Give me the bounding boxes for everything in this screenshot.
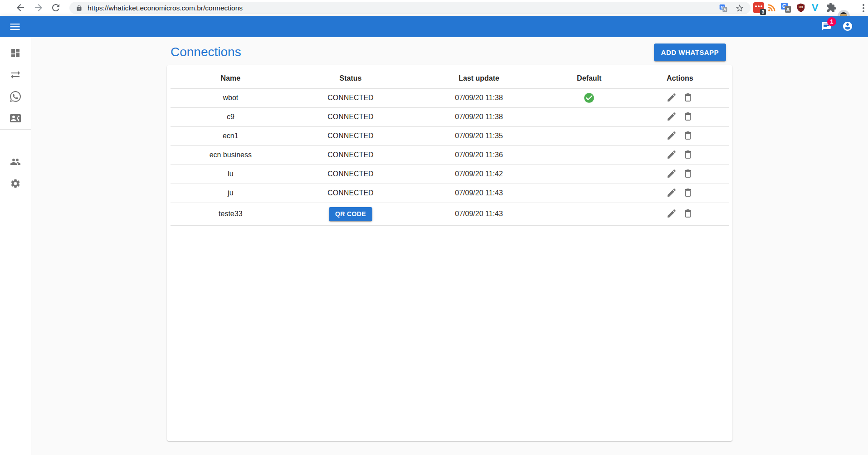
translate-extension-icon[interactable]: G A xyxy=(780,2,791,13)
sidebar-item-contacts[interactable] xyxy=(0,107,31,129)
cell-last-update: 07/09/20 11:43 xyxy=(410,184,547,203)
edit-connection-button[interactable] xyxy=(666,130,677,142)
app-bar: 1 xyxy=(0,16,868,37)
edit-connection-button[interactable] xyxy=(666,149,677,161)
rss-extension-icon[interactable] xyxy=(766,2,777,13)
delete-trash-icon xyxy=(683,130,693,141)
delete-trash-icon xyxy=(683,92,693,103)
edit-connection-button[interactable] xyxy=(666,92,677,104)
dashboard-icon xyxy=(10,48,21,58)
cell-last-update: 07/09/20 11:38 xyxy=(410,107,547,126)
table-row: teste33QR CODE07/09/20 11:43 xyxy=(171,203,729,225)
ublock-extension-icon[interactable]: UO xyxy=(796,2,806,13)
extension-badge: 3 xyxy=(760,9,766,15)
sidebar-item-tickets[interactable] xyxy=(0,86,31,107)
cell-last-update: 07/09/20 11:38 xyxy=(410,88,547,107)
edit-connection-button[interactable] xyxy=(666,187,677,199)
cell-default xyxy=(547,203,631,225)
page-header: Connections ADD WHATSAPP xyxy=(167,37,732,61)
cell-last-update: 07/09/20 11:36 xyxy=(410,145,547,165)
header-default: Default xyxy=(547,69,631,88)
header-status: Status xyxy=(291,69,411,88)
cell-actions xyxy=(631,88,729,107)
address-bar[interactable]: https://whaticket.economicros.com.br/con… xyxy=(69,2,751,14)
cell-status: CONNECTED xyxy=(291,165,411,184)
sidebar-item-connections[interactable] xyxy=(0,64,31,86)
cell-connection-name: wbot xyxy=(171,88,291,107)
delete-trash-icon xyxy=(683,168,693,179)
edit-connection-button[interactable] xyxy=(666,168,677,180)
messages-badge: 1 xyxy=(827,17,836,26)
cell-default xyxy=(547,165,631,184)
table-row: juCONNECTED07/09/20 11:43 xyxy=(171,184,729,203)
cell-status: CONNECTED xyxy=(291,184,411,203)
connections-card: Name Status Last update Default Actions … xyxy=(167,65,732,441)
delete-connection-button[interactable] xyxy=(683,130,693,142)
delete-connection-button[interactable] xyxy=(683,168,693,180)
table-row: ecn businessCONNECTED07/09/20 11:36 xyxy=(171,145,729,165)
add-whatsapp-button[interactable]: ADD WHATSAPP xyxy=(654,44,726,61)
url-text[interactable]: https://whaticket.economicros.com.br/con… xyxy=(88,4,719,12)
browser-reload-icon[interactable] xyxy=(50,2,61,13)
cell-default xyxy=(547,126,631,145)
cell-connection-name: c9 xyxy=(171,107,291,126)
browser-menu-kebab-icon[interactable] xyxy=(858,2,868,13)
delete-connection-button[interactable] xyxy=(683,187,693,199)
people-icon xyxy=(10,156,21,167)
extensions-puzzle-icon[interactable] xyxy=(826,2,837,13)
table-header-row: Name Status Last update Default Actions xyxy=(171,69,729,88)
connections-table-body: wbotCONNECTED07/09/20 11:38c9CONNECTED07… xyxy=(171,88,729,225)
cell-status: CONNECTED xyxy=(291,107,411,126)
table-row: ecn1CONNECTED07/09/20 11:35 xyxy=(171,126,729,145)
cell-connection-name: ecn1 xyxy=(171,126,291,145)
browser-forward-icon[interactable] xyxy=(33,2,44,13)
cell-connection-name: ju xyxy=(171,184,291,203)
edit-pencil-icon xyxy=(666,149,677,160)
video-extension-icon[interactable]: V xyxy=(809,2,820,13)
delete-connection-button[interactable] xyxy=(683,92,693,104)
cell-default xyxy=(547,88,631,107)
cell-status: CONNECTED xyxy=(291,145,411,165)
qr-code-button[interactable]: QR CODE xyxy=(329,207,372,221)
delete-connection-button[interactable] xyxy=(683,208,693,220)
page-translate-icon[interactable]: G A xyxy=(719,4,728,13)
hamburger-menu-button[interactable] xyxy=(9,20,21,33)
bookmark-star-icon[interactable] xyxy=(735,4,744,13)
default-check-icon xyxy=(583,92,595,104)
cell-connection-name: ecn business xyxy=(171,145,291,165)
page-content: Connections ADD WHATSAPP Name Status Las… xyxy=(31,37,868,455)
table-row: wbotCONNECTED07/09/20 11:38 xyxy=(171,88,729,107)
edit-connection-button[interactable] xyxy=(666,208,677,220)
edit-connection-button[interactable] xyxy=(666,111,677,123)
svg-text:A: A xyxy=(786,7,790,12)
cell-connection-name: lu xyxy=(171,165,291,184)
sync-alt-icon xyxy=(10,69,21,80)
cell-actions xyxy=(631,107,729,126)
cell-actions xyxy=(631,165,729,184)
delete-connection-button[interactable] xyxy=(683,111,693,123)
table-row: c9CONNECTED07/09/20 11:38 xyxy=(171,107,729,126)
account-menu-button[interactable] xyxy=(842,21,853,32)
edit-pencil-icon xyxy=(666,187,677,198)
browser-toolbar: https://whaticket.economicros.com.br/con… xyxy=(0,0,868,16)
sidebar-item-dashboard[interactable] xyxy=(0,42,31,64)
header-actions: Actions xyxy=(631,69,729,88)
sidebar xyxy=(0,37,31,455)
delete-trash-icon xyxy=(683,208,693,219)
messages-button[interactable]: 1 xyxy=(821,21,832,32)
sidebar-item-settings[interactable] xyxy=(0,173,31,194)
main-area: Connections ADD WHATSAPP Name Status Las… xyxy=(0,37,868,455)
whatsapp-icon xyxy=(10,91,21,102)
delete-connection-button[interactable] xyxy=(683,149,693,161)
cell-actions xyxy=(631,145,729,165)
sidebar-item-users[interactable] xyxy=(0,151,31,173)
edit-pencil-icon xyxy=(666,168,677,179)
edit-pencil-icon xyxy=(666,208,677,219)
browser-back-icon[interactable] xyxy=(15,2,26,13)
ublock-label: UO xyxy=(799,5,803,9)
downloader-extension-icon[interactable]: 3 xyxy=(753,2,764,13)
delete-trash-icon xyxy=(683,111,693,122)
header-last-update: Last update xyxy=(410,69,547,88)
connections-table: Name Status Last update Default Actions … xyxy=(171,69,729,226)
cell-last-update: 07/09/20 11:43 xyxy=(410,203,547,225)
